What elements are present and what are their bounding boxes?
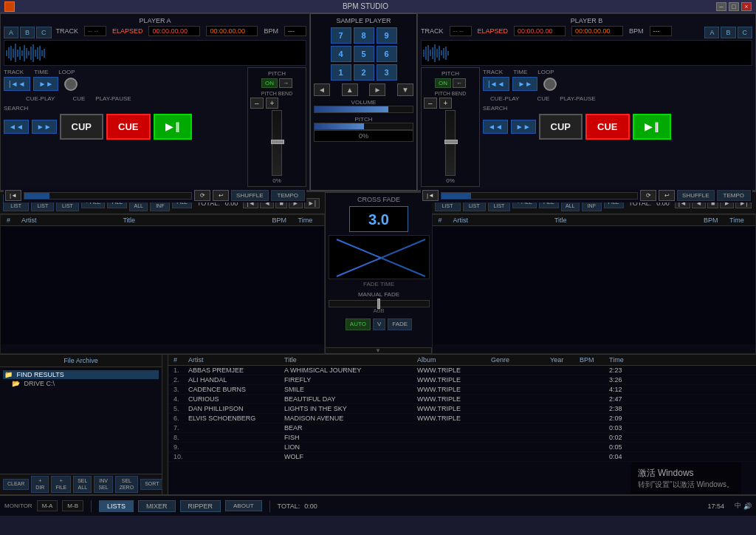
sample-btn-4[interactable]: 4 (331, 46, 351, 62)
cf-auto-btn[interactable]: AUTO (346, 318, 371, 330)
minimize-btn[interactable]: – (716, 2, 726, 11)
status-about-btn[interactable]: ABOUT (225, 500, 262, 511)
player-a-search-prev[interactable]: ◄◄ (4, 120, 29, 134)
tl-cell-time: 4:12 (607, 386, 633, 393)
archive-clear-btn[interactable]: CLEAR (3, 479, 29, 489)
player-a-ffwd[interactable]: ►► (33, 77, 58, 91)
player-b-knob[interactable] (543, 78, 557, 91)
track-list-row[interactable]: 10. WOLF 0:04 (168, 452, 756, 462)
player-a-btn-b[interactable]: B (20, 27, 35, 38)
sample-btn-6[interactable]: 6 (377, 46, 397, 62)
player-a-search-next[interactable]: ►► (32, 120, 57, 134)
tracklist-header: # Artist Title Album Genre Year BPM Time (168, 355, 756, 366)
archive-drive-c[interactable]: 📂 DRIVE C:\ (3, 379, 159, 388)
sample-nav-down[interactable]: ▼ (397, 84, 413, 96)
player-a-loop2[interactable]: ↩ (213, 190, 229, 201)
sample-nav-up[interactable]: ▲ (342, 84, 358, 96)
player-b-pitch-on[interactable]: ON (435, 78, 451, 88)
sample-btn-9[interactable]: 9 (377, 27, 397, 44)
player-b-shuffle[interactable]: SHUFFLE (677, 190, 714, 201)
archive-selzero-btn[interactable]: SEL ZERO (115, 476, 138, 493)
player-b-btn-a[interactable]: A (704, 27, 719, 38)
status-lists-btn[interactable]: LISTS (99, 500, 134, 512)
sample-nav-right[interactable]: ► (369, 84, 385, 96)
player-b-pitch-slider[interactable] (445, 110, 456, 176)
cf-v-btn[interactable]: V (373, 318, 385, 330)
player-a-waveform[interactable] (4, 40, 306, 66)
track-list-row[interactable]: 8. FISH 0:02 (168, 433, 756, 443)
track-list-row[interactable]: 9. LION 0:05 (168, 443, 756, 452)
player-b-loop2[interactable]: ↩ (659, 190, 675, 201)
cf-fade-btn[interactable]: FADE (388, 318, 412, 330)
track-list-row[interactable]: 3. CADENCE BURNS SMILE WWW.TRIPLE 4:12 (168, 385, 756, 395)
track-list-row[interactable]: 5. DAN PHILLIPSON LIGHTS IN THE SKY WWW.… (168, 404, 756, 414)
player-b-pitch-arrow[interactable]: ← (453, 78, 466, 88)
status-mixer-btn[interactable]: MIXER (138, 500, 176, 512)
sample-pitch-slider[interactable] (314, 123, 413, 130)
player-b-bend-minus[interactable]: – (424, 98, 437, 109)
player-a-bend-plus[interactable]: + (266, 98, 279, 109)
monitor-mb-btn[interactable]: M-B (62, 500, 83, 511)
sample-btn-2[interactable]: 2 (354, 64, 374, 81)
player-a-tempo[interactable]: TEMPO (271, 190, 305, 201)
close-btn[interactable]: × (741, 2, 752, 11)
player-a-progress[interactable] (24, 192, 192, 200)
track-list-row[interactable]: 1. ABBAS PREMJEE A WHIMSICAL JOURNEY WWW… (168, 366, 756, 375)
player-a-btn-c[interactable]: C (36, 27, 52, 38)
sample-btn-7[interactable]: 7 (331, 27, 351, 44)
player-a-shuffle[interactable]: SHUFFLE (231, 190, 268, 201)
player-b-rewind[interactable]: |◄ (422, 190, 439, 201)
player-b-prev[interactable]: |◄◄ (483, 77, 509, 91)
monitor-ma-btn[interactable]: M-A (37, 500, 58, 511)
player-b-cue[interactable]: CUE (585, 114, 629, 140)
player-b-play[interactable]: ▶ ‖ (633, 114, 672, 140)
player-a-btn-a[interactable]: A (4, 27, 18, 38)
player-a-loop[interactable]: ⟳ (194, 190, 210, 201)
player-a-cue[interactable]: CUE (106, 114, 150, 140)
player-a-prev[interactable]: |◄◄ (4, 77, 30, 91)
sample-btn-3[interactable]: 3 (377, 64, 397, 81)
archive-selall-btn[interactable]: SEL ALL (73, 476, 92, 493)
sample-nav-left[interactable]: ◄ (314, 84, 330, 96)
sample-btn-1[interactable]: 1 (331, 64, 351, 81)
track-list-row[interactable]: 4. CURIOUS BEAUTIFUL DAY WWW.TRIPLE 2:47 (168, 395, 756, 404)
player-b-waveform[interactable] (421, 40, 752, 66)
playlist-scroll-handle[interactable]: ▼ (326, 347, 431, 353)
player-b-cup[interactable]: CUP (539, 114, 583, 140)
player-b-btn-b[interactable]: B (721, 27, 735, 38)
archive-addfile-btn[interactable]: + FILE (51, 476, 71, 493)
sample-vol-slider[interactable] (314, 106, 413, 113)
sample-btn-5[interactable]: 5 (354, 46, 374, 62)
archive-sort-btn[interactable]: SORT (140, 479, 163, 489)
player-a-play[interactable]: ▶ ‖ (154, 114, 193, 140)
player-b-progress[interactable] (441, 192, 638, 200)
win-activate-line1: 激活 Windows (638, 467, 734, 480)
player-a-pitch-on[interactable]: ON (261, 78, 278, 88)
archive-invsel-btn[interactable]: INV SEL (94, 476, 112, 493)
player-b-bend-plus[interactable]: + (439, 98, 453, 109)
player-b-tempo[interactable]: TEMPO (717, 190, 751, 201)
player-a-track-label: TRACK (55, 27, 78, 35)
player-a-cup[interactable]: CUP (60, 114, 103, 140)
player-a-rewind[interactable]: |◄ (5, 190, 21, 201)
player-b-btn-c[interactable]: C (738, 27, 753, 38)
player-b-loop[interactable]: ⟳ (640, 190, 656, 201)
track-list-row[interactable]: 6. ELVIS SCHOENBERG MADISON AVENUE WWW.T… (168, 414, 756, 423)
track-list-row[interactable]: 7. BEAR 0:03 (168, 423, 756, 433)
tl-cell-bpm (577, 395, 607, 403)
player-a-pitch-slider[interactable] (272, 110, 282, 176)
player-a-pitch-arrow[interactable]: → (279, 78, 292, 88)
sample-btn-8[interactable]: 8 (354, 27, 374, 44)
player-b-ffwd[interactable]: ►► (512, 77, 537, 91)
sample-player-grid: 7 8 9 4 5 6 1 2 3 (331, 27, 397, 81)
status-ripper-btn[interactable]: RIPPER (180, 500, 221, 512)
player-b-search-next[interactable]: ►► (511, 120, 536, 134)
archive-adddir-btn[interactable]: + DIR (31, 476, 49, 493)
cf-fade-slider[interactable] (329, 300, 430, 307)
track-list-row[interactable]: 2. ALI HANDAL FIREFLY WWW.TRIPLE 3:26 (168, 375, 756, 385)
player-b-search-prev[interactable]: ◄◄ (483, 120, 508, 134)
player-a-knob[interactable] (64, 78, 78, 91)
archive-find-results[interactable]: 📁 FIND RESULTS (3, 370, 159, 379)
player-a-bend-minus[interactable]: – (250, 98, 264, 109)
maximize-btn[interactable]: □ (729, 2, 739, 11)
